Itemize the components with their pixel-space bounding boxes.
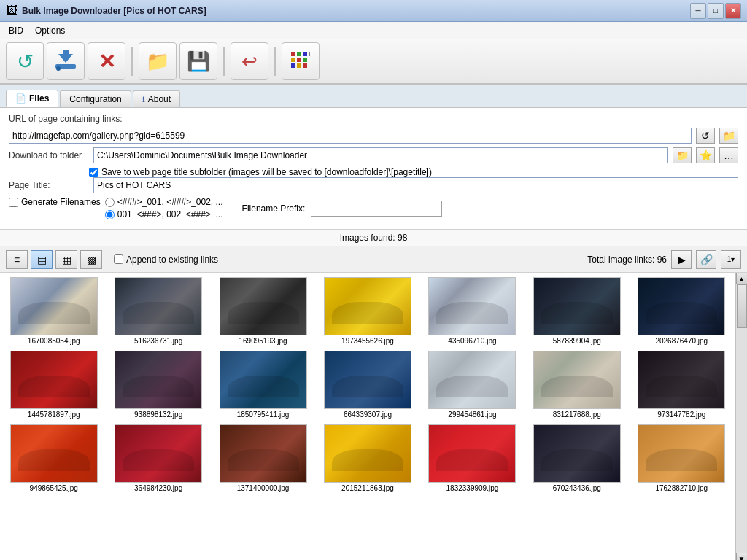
scrollbar-track[interactable] [736, 284, 747, 553]
reload-button[interactable]: ↩ [231, 42, 268, 80]
image-cell[interactable]: 949865425.jpg [3, 423, 104, 494]
format2-radio[interactable] [105, 210, 115, 219]
tab-about[interactable]: ℹ About [133, 90, 180, 107]
page-title-input[interactable] [93, 177, 738, 193]
generate-filenames-checkbox[interactable] [9, 198, 18, 207]
svg-rect-11 [297, 63, 301, 68]
tab-about-label: About [148, 94, 171, 104]
append-checkbox[interactable] [114, 254, 123, 264]
prefix-label: Filename Prefix: [242, 203, 306, 214]
url-input-row: ↺ 📁 [9, 128, 738, 144]
link-button[interactable]: 🔗 [696, 250, 716, 269]
scrollbar-thumb[interactable] [737, 284, 747, 328]
image-cell[interactable]: 1670085054.jpg [3, 276, 104, 346]
image-cell[interactable]: 516236731.jpg [107, 276, 209, 346]
image-thumbnail [10, 351, 98, 409]
images-found-label: Images found: 98 [340, 233, 408, 243]
minimize-button[interactable]: ─ [690, 3, 706, 19]
image-cell[interactable]: 169095193.jpg [212, 276, 314, 346]
download-button[interactable] [47, 42, 85, 80]
download-label: Download to folder [9, 150, 89, 160]
url-label: URL of page containing links: [9, 114, 123, 124]
image-cell[interactable]: 1445781897.jpg [3, 349, 104, 420]
image-cell[interactable]: 1973455626.jpg [317, 276, 418, 346]
play-button[interactable]: ▶ [671, 250, 692, 269]
image-cell[interactable]: 1371400000.jpg [212, 423, 314, 494]
toolbar: ↺ ✕ 📁 💾 ↩ [0, 39, 747, 85]
view-list-button[interactable]: ≡ [6, 250, 28, 269]
image-cell[interactable]: 670243436.jpg [526, 423, 627, 494]
image-toolbar-right: Total image links: 96 ▶ 🔗 1▾ [587, 250, 741, 269]
view-medium-button[interactable]: ▦ [55, 250, 77, 269]
image-toolbar: ≡ ▤ ▦ ▩ Append to existing links Total i… [0, 246, 747, 273]
save-subfolder-checkbox[interactable] [89, 168, 98, 177]
close-button[interactable]: ✕ [725, 3, 741, 19]
titlebar: 🖼 Bulk Image Downloader [Pics of HOT CAR… [0, 0, 747, 22]
scrollbar-up[interactable]: ▲ [736, 273, 748, 284]
menu-bid[interactable]: BID [3, 24, 29, 37]
svg-rect-3 [291, 52, 295, 56]
image-cell[interactable]: 664339307.jpg [317, 349, 418, 420]
url-folder-button[interactable]: 📁 [719, 128, 738, 144]
svg-marker-1 [58, 50, 73, 63]
tab-configuration[interactable]: Configuration [60, 90, 131, 107]
folder-more-button[interactable]: … [719, 147, 738, 163]
image-filename: 1973455626.jpg [341, 337, 394, 345]
stop-button[interactable]: ✕ [88, 42, 125, 80]
image-cell[interactable]: 1832339909.jpg [422, 423, 523, 494]
svg-rect-7 [291, 58, 295, 62]
download-folder-input[interactable] [93, 147, 668, 163]
menu-options[interactable]: Options [29, 24, 71, 37]
browse-folder-button[interactable]: 📁 [673, 147, 692, 163]
image-filename: 1670085054.jpg [28, 337, 80, 345]
save-subfolder-label: Save to web page title subfolder (images… [101, 167, 432, 177]
menubar: BID Options [0, 22, 747, 39]
restore-button[interactable]: □ [708, 3, 724, 19]
go-button[interactable]: ↺ [6, 42, 44, 80]
image-filename: 2026876470.jpg [655, 337, 708, 345]
view-details-button[interactable]: ▤ [31, 250, 53, 269]
image-thumbnail [533, 424, 621, 483]
image-cell[interactable]: 1850795411.jpg [212, 349, 314, 420]
url-input[interactable] [9, 128, 692, 144]
scrollbar-down[interactable]: ▼ [736, 553, 748, 560]
image-filename: 516236731.jpg [134, 337, 182, 345]
prefix-input[interactable] [311, 201, 442, 217]
image-cell[interactable]: 938898132.jpg [107, 349, 209, 420]
image-cell[interactable]: 299454861.jpg [422, 349, 523, 420]
svg-rect-4 [297, 52, 301, 56]
format1-radio[interactable] [105, 198, 115, 207]
view-large-button[interactable]: ▩ [80, 250, 102, 269]
image-cell[interactable]: 831217688.jpg [526, 349, 627, 420]
image-filename: 973147782.jpg [657, 411, 705, 419]
tab-files[interactable]: 📄 Files [6, 90, 58, 107]
form-area: URL of page containing links: ↺ 📁 Downlo… [0, 108, 747, 230]
image-thumbnail [115, 351, 202, 409]
generate-filenames-label: Generate Filenames [21, 197, 101, 207]
image-cell[interactable]: 587839904.jpg [526, 276, 627, 346]
image-cell[interactable]: 2015211863.jpg [317, 423, 418, 494]
image-filename: 1832339909.jpg [446, 484, 499, 492]
tab-configuration-label: Configuration [69, 94, 121, 104]
radio-format1: <###>_001, <###>_002, ... [105, 197, 223, 207]
append-label: Append to existing links [126, 254, 218, 265]
image-filename: 299454861.jpg [448, 411, 496, 419]
image-filename: 938898132.jpg [134, 411, 182, 419]
image-filename: 670243436.jpg [553, 484, 601, 492]
open-folder-button[interactable]: 📁 [139, 42, 177, 80]
save-button[interactable]: 💾 [179, 42, 217, 80]
image-cell[interactable]: 364984230.jpg [107, 423, 209, 494]
image-grid-container: 1670085054.jpg516236731.jpg169095193.jpg… [0, 273, 747, 560]
tabs-bar: 📄 Files Configuration ℹ About [0, 85, 747, 108]
svg-point-2 [56, 66, 61, 71]
grid-button[interactable] [282, 42, 320, 80]
image-thumbnail [428, 351, 516, 409]
image-cell[interactable]: 973147782.jpg [631, 349, 732, 420]
image-cell[interactable]: 2026876470.jpg [631, 276, 732, 346]
image-cell[interactable]: 435096710.jpg [422, 276, 523, 346]
url-refresh-button[interactable]: ↺ [696, 128, 715, 144]
scrollbar[interactable]: ▲ ▼ [735, 273, 747, 560]
page-button[interactable]: 1▾ [721, 250, 741, 269]
folder-options-button[interactable]: ⭐ [696, 147, 715, 163]
image-cell[interactable]: 1762882710.jpg [631, 423, 732, 494]
